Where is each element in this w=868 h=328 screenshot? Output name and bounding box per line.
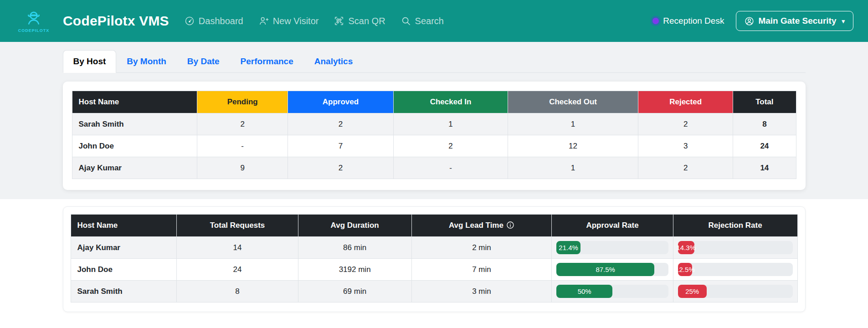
rejection-rate-value: 12.5% xyxy=(675,266,695,273)
tab-analytics[interactable]: Analytics xyxy=(304,50,363,73)
table-row: John Doe - 7 2 12 3 24 xyxy=(72,135,796,157)
qr-scan-icon xyxy=(334,16,344,26)
checked-in-cell: 2 xyxy=(394,135,508,157)
logo-caption: CODEPILOTX xyxy=(18,28,50,33)
approval-progress-track: 21.4% xyxy=(556,241,668,254)
host-name-cell: Sarah Smith xyxy=(72,113,197,135)
main-nav: Dashboard New Visitor Scan QR xyxy=(185,16,444,26)
rejection-rate-cell: 12.5% xyxy=(673,259,797,281)
pending-cell: 9 xyxy=(197,157,288,179)
total-cell: 14 xyxy=(733,157,796,179)
col-host-name: Host Name xyxy=(72,91,197,113)
station-indicator: Reception Desk xyxy=(652,16,724,26)
gauge-icon xyxy=(185,16,195,26)
host-name-cell: Ajay Kumar xyxy=(71,237,177,259)
online-status-dot xyxy=(652,18,659,24)
status-table-header-row: Host Name Pending Approved Checked In Ch… xyxy=(72,91,796,113)
pending-cell: 2 xyxy=(197,113,288,135)
col-approval-rate: Approval Rate xyxy=(552,215,673,237)
checked-out-cell: 12 xyxy=(508,135,638,157)
tab-by-date[interactable]: By Date xyxy=(177,50,230,73)
total-cell: 24 xyxy=(733,135,796,157)
rejected-cell: 3 xyxy=(638,135,733,157)
tab-by-month[interactable]: By Month xyxy=(116,50,177,73)
host-performance-table: Host Name Total Requests Avg Duration Av… xyxy=(71,214,798,302)
station-label: Reception Desk xyxy=(663,16,724,26)
rejection-progress-bar: 12.5% xyxy=(678,263,692,276)
approved-cell: 2 xyxy=(288,157,394,179)
approval-rate-value: 87.5% xyxy=(596,266,615,273)
col-approved: Approved xyxy=(288,91,394,113)
person-plus-icon xyxy=(259,16,269,26)
performance-section: Host Name Total Requests Avg Duration Av… xyxy=(0,199,868,326)
avg-duration-cell: 3192 min xyxy=(298,259,411,281)
nav-new-visitor-label: New Visitor xyxy=(273,16,319,26)
host-performance-card: Host Name Total Requests Avg Duration Av… xyxy=(63,206,806,312)
performance-table-header-row: Host Name Total Requests Avg Duration Av… xyxy=(71,215,797,237)
user-menu-label: Main Gate Security xyxy=(758,16,836,26)
nav-search[interactable]: Search xyxy=(401,16,444,26)
rejection-progress-track: 14.3% xyxy=(678,241,793,254)
nav-scan-qr[interactable]: Scan QR xyxy=(334,16,385,26)
user-menu-button[interactable]: Main Gate Security ▾ xyxy=(736,11,853,31)
pending-cell: - xyxy=(197,135,288,157)
top-navbar: CODEPILOTX CodePilotx VMS Dashboard New … xyxy=(0,0,868,42)
checked-in-cell: 1 xyxy=(394,113,508,135)
approval-progress-bar: 21.4% xyxy=(556,241,580,254)
host-name-cell: John Doe xyxy=(71,259,177,281)
approval-rate-value: 21.4% xyxy=(559,244,578,251)
brand[interactable]: CODEPILOTX CodePilotx VMS xyxy=(15,9,169,33)
info-icon[interactable] xyxy=(506,221,514,229)
col-avg-lead-time: Avg Lead Time xyxy=(411,215,552,237)
approved-cell: 7 xyxy=(288,135,394,157)
search-icon xyxy=(401,16,411,26)
rejection-rate-value: 14.3% xyxy=(676,244,696,251)
nav-new-visitor[interactable]: New Visitor xyxy=(259,16,319,26)
host-name-cell: John Doe xyxy=(72,135,197,157)
approval-rate-cell: 21.4% xyxy=(552,237,673,259)
approval-rate-cell: 87.5% xyxy=(552,259,673,281)
col-avg-duration: Avg Duration xyxy=(298,215,411,237)
col-rejection-rate: Rejection Rate xyxy=(673,215,797,237)
host-name-cell: Ajay Kumar xyxy=(72,157,197,179)
chevron-down-icon: ▾ xyxy=(842,18,845,25)
col-total: Total xyxy=(733,91,796,113)
host-status-table: Host Name Pending Approved Checked In Ch… xyxy=(72,91,796,179)
nav-search-label: Search xyxy=(415,16,444,26)
table-row: Ajay Kumar 9 2 - 1 2 14 xyxy=(72,157,796,179)
col-pending: Pending xyxy=(197,91,288,113)
col-host-name: Host Name xyxy=(71,215,177,237)
rejection-rate-cell: 14.3% xyxy=(673,237,797,259)
avg-lead-time-cell: 7 min xyxy=(411,259,552,281)
tab-by-host[interactable]: By Host xyxy=(63,50,117,73)
checked-out-cell: 1 xyxy=(508,157,638,179)
approval-progress-bar: 87.5% xyxy=(556,263,654,276)
robot-logo-icon xyxy=(25,9,43,27)
rejection-progress-bar: 14.3% xyxy=(678,241,694,254)
report-tabs: By Host By Month By Date Performance Ana… xyxy=(63,50,806,73)
avg-lead-time-cell: 3 min xyxy=(411,281,552,302)
app-title: CodePilotx VMS xyxy=(63,13,169,29)
nav-dashboard[interactable]: Dashboard xyxy=(185,16,243,26)
rejection-rate-cell: 25% xyxy=(673,281,797,302)
table-row: Sarah Smith 2 2 1 1 2 8 xyxy=(72,113,796,135)
approval-progress-track: 50% xyxy=(556,285,668,298)
total-requests-cell: 14 xyxy=(177,237,298,259)
total-requests-cell: 8 xyxy=(177,281,298,302)
rejection-progress-track: 12.5% xyxy=(678,263,793,276)
checked-out-cell: 1 xyxy=(508,113,638,135)
host-name-cell: Sarah Smith xyxy=(71,281,177,302)
rejected-cell: 2 xyxy=(638,157,733,179)
table-row: Ajay Kumar 14 86 min 2 min 21.4% xyxy=(71,237,797,259)
table-row: John Doe 24 3192 min 7 min 87.5% xyxy=(71,259,797,281)
rejection-rate-value: 25% xyxy=(685,287,699,295)
col-rejected: Rejected xyxy=(638,91,733,113)
topbar-right: Reception Desk Main Gate Security ▾ xyxy=(652,11,853,31)
approval-rate-value: 50% xyxy=(578,287,591,295)
tab-performance[interactable]: Performance xyxy=(230,50,304,73)
approval-progress-track: 87.5% xyxy=(556,263,668,276)
avg-lead-time-cell: 2 min xyxy=(411,237,552,259)
avg-duration-cell: 86 min xyxy=(298,237,411,259)
nav-dashboard-label: Dashboard xyxy=(199,16,243,26)
total-requests-cell: 24 xyxy=(177,259,298,281)
